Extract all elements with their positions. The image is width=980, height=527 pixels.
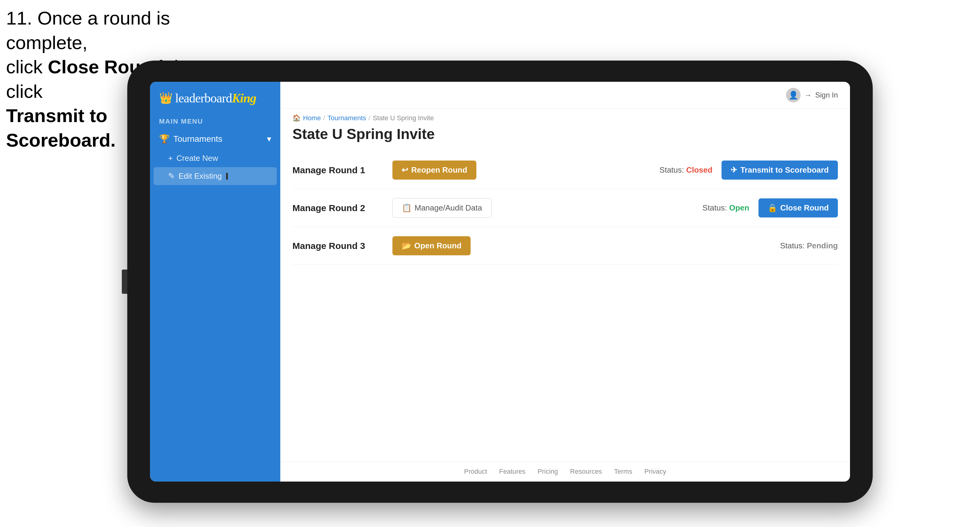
- create-new-label: Create New: [177, 154, 218, 163]
- sidebar-item-tournaments[interactable]: 🏆 Tournaments ▾: [150, 129, 280, 149]
- close-round-label: Close Round: [780, 203, 829, 213]
- breadcrumb-sep-2: /: [369, 114, 370, 122]
- open-round-icon: 📂: [401, 241, 411, 251]
- trophy-icon: 🏆: [159, 134, 170, 144]
- home-icon: 🏠: [293, 114, 301, 122]
- transmit-to-scoreboard-button[interactable]: ✈ Transmit to Scoreboard: [722, 160, 838, 179]
- round-3-status-value: Pending: [807, 241, 838, 250]
- round-3-status-text: Status: Pending: [780, 241, 838, 251]
- round-3-right: Status: Pending: [780, 241, 838, 251]
- transmit-icon: ✈: [730, 165, 737, 175]
- main-menu-label: MAIN MENU: [150, 111, 280, 129]
- reopen-round-label: Reopen Round: [411, 165, 467, 175]
- round-2-status-text: Status: Open: [702, 203, 749, 213]
- footer: Product Features Pricing Resources Terms…: [280, 461, 850, 482]
- round-1-left: Manage Round 1 ↩ Reopen Round: [293, 160, 476, 179]
- tablet-side-button: [122, 270, 127, 294]
- app-layout: 👑 leaderboardKing MAIN MENU 🏆 Tournament…: [150, 82, 850, 482]
- footer-privacy[interactable]: Privacy: [644, 468, 666, 476]
- footer-pricing[interactable]: Pricing: [538, 468, 558, 476]
- sidebar-item-edit-existing[interactable]: ✎ Edit Existing: [154, 167, 277, 185]
- round-1-title: Manage Round 1: [293, 165, 383, 175]
- crown-icon: 👑: [159, 92, 173, 105]
- page-title: State U Spring Invite: [280, 122, 850, 151]
- content-area: Manage Round 1 ↩ Reopen Round Status: Cl…: [280, 151, 850, 461]
- manage-audit-label: Manage/Audit Data: [415, 203, 482, 213]
- logo-text: leaderboardKing: [175, 91, 256, 105]
- edit-icon: ✎: [168, 171, 175, 181]
- footer-product[interactable]: Product: [464, 468, 487, 476]
- logo-king: King: [232, 91, 256, 105]
- open-round-button[interactable]: 📂 Open Round: [393, 236, 471, 255]
- round-1-status-text: Status: Closed: [659, 165, 713, 175]
- open-round-label: Open Round: [414, 241, 461, 251]
- breadcrumb: 🏠 Home / Tournaments / State U Spring In…: [280, 109, 850, 122]
- round-1-section: Manage Round 1 ↩ Reopen Round Status: Cl…: [293, 151, 838, 189]
- round-2-status-value: Open: [729, 203, 749, 212]
- close-round-button[interactable]: 🔒 Close Round: [759, 198, 838, 217]
- sign-in-area[interactable]: 👤 → Sign In: [786, 88, 838, 102]
- round-3-section: Manage Round 3 📂 Open Round Status: Pend…: [293, 227, 838, 265]
- edit-existing-label: Edit Existing: [178, 171, 222, 181]
- breadcrumb-tournaments[interactable]: Tournaments: [328, 114, 366, 122]
- lock-icon: 🔒: [768, 203, 777, 213]
- footer-resources[interactable]: Resources: [570, 468, 602, 476]
- round-3-left: Manage Round 3 📂 Open Round: [293, 236, 471, 255]
- instruction-line1: 11. Once a round is complete,: [6, 8, 170, 53]
- round-1-status-value: Closed: [686, 165, 713, 175]
- round-2-title: Manage Round 2: [293, 203, 383, 213]
- reopen-icon: ↩: [401, 165, 408, 175]
- instruction-bold2: Transmit to Scoreboard.: [6, 105, 116, 151]
- plus-icon: +: [168, 154, 173, 163]
- sign-in-arrow-icon: →: [804, 91, 811, 99]
- sidebar-item-tournaments-left: 🏆 Tournaments: [159, 134, 223, 144]
- footer-terms[interactable]: Terms: [614, 468, 632, 476]
- breadcrumb-home[interactable]: Home: [303, 114, 321, 122]
- sign-in-label: Sign In: [815, 91, 838, 99]
- tablet-screen: 👑 leaderboardKing MAIN MENU 🏆 Tournament…: [150, 82, 850, 482]
- reopen-round-button[interactable]: ↩ Reopen Round: [393, 160, 476, 179]
- round-2-right: Status: Open 🔒 Close Round: [702, 198, 838, 217]
- round-1-right: Status: Closed ✈ Transmit to Scoreboard: [659, 160, 838, 179]
- sidebar: 👑 leaderboardKing MAIN MENU 🏆 Tournament…: [150, 82, 280, 482]
- tablet-frame: 👑 leaderboardKing MAIN MENU 🏆 Tournament…: [127, 60, 873, 503]
- main-content: 👤 → Sign In 🏠 Home / Tournaments / State…: [280, 82, 850, 482]
- top-nav: 👤 → Sign In: [280, 82, 850, 109]
- round-2-left: Manage Round 2 📋 Manage/Audit Data: [293, 198, 492, 218]
- cursor-indicator: [226, 173, 228, 179]
- round-2-section: Manage Round 2 📋 Manage/Audit Data Statu…: [293, 189, 838, 227]
- user-avatar-icon: 👤: [786, 88, 800, 102]
- logo-prefix: leaderboard: [175, 91, 232, 105]
- audit-icon: 📋: [402, 203, 412, 213]
- chevron-down-icon: ▾: [267, 134, 271, 144]
- round-3-title: Manage Round 3: [293, 241, 383, 251]
- tournaments-label: Tournaments: [173, 134, 223, 144]
- transmit-label: Transmit to Scoreboard: [740, 165, 829, 175]
- logo-area: 👑 leaderboardKing: [150, 82, 280, 111]
- manage-audit-data-button[interactable]: 📋 Manage/Audit Data: [393, 198, 492, 218]
- breadcrumb-current: State U Spring Invite: [373, 114, 434, 122]
- sidebar-item-create-new[interactable]: + Create New: [150, 149, 280, 167]
- instruction-line2: click: [6, 56, 48, 77]
- footer-features[interactable]: Features: [499, 468, 525, 476]
- breadcrumb-sep-1: /: [323, 114, 325, 122]
